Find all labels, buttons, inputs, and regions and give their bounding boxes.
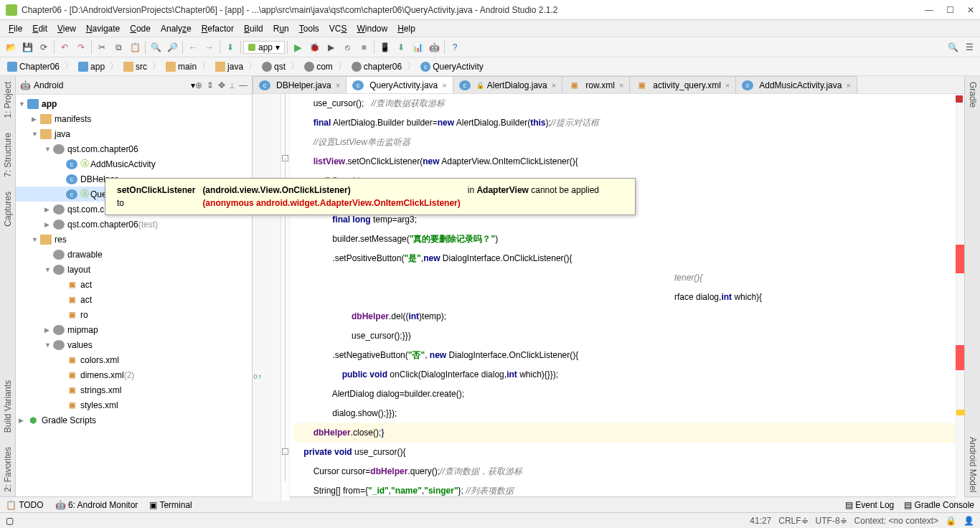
status-context[interactable]: Context: <no context> xyxy=(854,516,938,526)
bc-queryactivity[interactable]: cQueryActivity xyxy=(418,61,486,72)
help-icon[interactable]: ? xyxy=(447,39,463,55)
maximize-button[interactable]: ☐ xyxy=(946,5,954,15)
tree-row[interactable]: ro xyxy=(80,310,88,320)
paste-icon[interactable]: 📋 xyxy=(127,39,143,55)
stop-icon[interactable]: ■ xyxy=(356,39,372,55)
run-coverage-icon[interactable]: ▶ xyxy=(323,39,339,55)
tab-captures[interactable]: Captures xyxy=(1,187,14,231)
status-position[interactable]: 41:27 xyxy=(750,516,771,526)
avd-icon[interactable]: 📱 xyxy=(377,39,392,55)
bc-chapter06[interactable]: Chapter06 xyxy=(4,61,62,72)
tree-styles[interactable]: styles.xml xyxy=(80,400,118,410)
menu-refactor[interactable]: Refactor xyxy=(197,22,238,35)
tab-structure[interactable]: 7: Structure xyxy=(1,128,14,182)
tree-gradle[interactable]: Gradle Scripts xyxy=(42,415,96,425)
project-tree[interactable]: ▼app ▶manifests ▼java ▼qst.com.chapter06… xyxy=(16,95,252,496)
menu-vcs[interactable]: VCS xyxy=(325,22,352,35)
close-icon[interactable]: × xyxy=(442,81,446,90)
tab-project[interactable]: 1: Project xyxy=(1,77,14,123)
error-mark[interactable] xyxy=(956,345,964,370)
close-icon[interactable]: × xyxy=(619,81,623,90)
tree-act2[interactable]: act xyxy=(80,295,92,305)
close-icon[interactable]: × xyxy=(336,81,340,90)
close-icon[interactable]: × xyxy=(725,81,730,90)
menu-code[interactable]: Code xyxy=(126,22,155,35)
menu-tools[interactable]: Tools xyxy=(295,22,324,35)
tab-favorites[interactable]: 2: Favorites xyxy=(1,443,14,496)
bc-java[interactable]: java xyxy=(212,61,246,72)
gear-icon[interactable]: ✥ xyxy=(218,80,225,90)
bc-src[interactable]: src xyxy=(121,61,150,72)
status-hector-icon[interactable]: 👤 xyxy=(963,516,974,526)
android-icon[interactable]: 🤖 xyxy=(426,39,442,55)
tree-act1[interactable]: act xyxy=(80,280,92,290)
run-icon[interactable]: ▶ xyxy=(290,39,306,55)
tree-res[interactable]: res xyxy=(55,235,67,245)
bc-app[interactable]: app xyxy=(75,61,108,72)
save-icon[interactable]: 💾 xyxy=(19,39,35,55)
undo-icon[interactable]: ↶ xyxy=(57,39,72,55)
error-indicator-icon[interactable] xyxy=(956,95,963,103)
find-icon[interactable]: 🔍 xyxy=(148,39,164,55)
search-everywhere-icon[interactable]: 🔍 xyxy=(945,39,961,55)
tab-dbhelper[interactable]: cDBHelper.java× xyxy=(253,76,347,93)
tab-activity-query-xml[interactable]: ▣activity_query.xml× xyxy=(629,76,736,93)
minimize-button[interactable]: — xyxy=(925,5,933,15)
sdk-icon[interactable]: ⬇ xyxy=(393,39,409,55)
tab-alertdialog[interactable]: c🔒AlertDialog.java× xyxy=(453,76,562,93)
gradle-console-tab[interactable]: ▤ Gradle Console xyxy=(904,500,974,510)
tree-app[interactable]: app xyxy=(42,99,57,109)
bc-chapter06-pkg[interactable]: chapter06 xyxy=(349,61,405,72)
tree-values[interactable]: values xyxy=(67,340,93,350)
fold-gutter[interactable]: - - - xyxy=(281,94,290,501)
tab-queryactivity[interactable]: cQueryActivity.java× xyxy=(346,76,453,93)
make-icon[interactable]: ⬇ xyxy=(222,39,238,55)
menu-file[interactable]: File xyxy=(4,22,27,35)
tree-manifests[interactable]: manifests xyxy=(55,114,91,124)
warning-mark[interactable] xyxy=(956,410,965,415)
todo-tab[interactable]: 📋 TODO xyxy=(6,500,44,510)
menu-run[interactable]: Run xyxy=(269,22,293,35)
cut-icon[interactable]: ✂ xyxy=(94,39,110,55)
sync-icon[interactable]: ⟳ xyxy=(36,39,52,55)
tree-layout[interactable]: layout xyxy=(67,265,90,275)
close-icon[interactable]: × xyxy=(846,81,850,90)
tab-build-variants[interactable]: Build Variants xyxy=(1,376,14,437)
code-editor[interactable]: o↑ o↑ - - - 💡 use_cursor(); //查询数据获取游标 f… xyxy=(253,94,964,501)
tree-drawable[interactable]: drawable xyxy=(67,250,103,260)
redo-icon[interactable]: ↷ xyxy=(73,39,89,55)
tree-java[interactable]: java xyxy=(55,129,70,139)
menu-analyze[interactable]: Analyze xyxy=(156,22,196,35)
tree-pkg3[interactable]: qst.com.chapter06 xyxy=(67,220,138,230)
menu-window[interactable]: Window xyxy=(352,22,392,35)
menu-navigate[interactable]: Navigate xyxy=(82,22,124,35)
run-config-selector[interactable]: app ▾ xyxy=(243,41,285,54)
status-windows-icon[interactable]: ▢ xyxy=(6,516,14,526)
replace-icon[interactable]: 🔎 xyxy=(164,39,180,55)
tab-row-xml[interactable]: ▣row.xml× xyxy=(562,76,630,93)
back-icon[interactable]: ← xyxy=(185,39,201,55)
target-icon[interactable]: ⊕ xyxy=(195,80,202,90)
collapse-icon[interactable]: ⇕ xyxy=(207,80,214,90)
tab-gradle[interactable]: Gradle xyxy=(966,77,979,112)
tab-addmusic[interactable]: cAddMusicActivity.java× xyxy=(735,76,857,93)
debug-icon[interactable]: 🐞 xyxy=(306,39,322,55)
monitor-icon[interactable]: 📊 xyxy=(410,39,425,55)
tree-mipmap[interactable]: mipmap xyxy=(67,325,98,335)
menu-edit[interactable]: Edit xyxy=(28,22,52,35)
tree-pkg1[interactable]: qst.com.chapter06 xyxy=(67,144,138,154)
error-stripe[interactable] xyxy=(956,94,964,501)
error-mark[interactable] xyxy=(956,245,964,273)
menu-view[interactable]: View xyxy=(53,22,80,35)
close-button[interactable]: ✕ xyxy=(967,5,974,15)
close-panel-icon[interactable]: — xyxy=(239,80,248,90)
menu-build[interactable]: Build xyxy=(240,22,268,35)
bc-qst[interactable]: qst xyxy=(259,61,288,72)
forward-icon[interactable]: → xyxy=(202,39,217,55)
tab-android-model[interactable]: Android Model xyxy=(966,433,979,496)
project-view-selector[interactable]: Android▾ xyxy=(34,80,195,90)
settings-icon[interactable]: ☰ xyxy=(961,39,977,55)
copy-icon[interactable]: ⧉ xyxy=(110,39,126,55)
attach-icon[interactable]: ⎋ xyxy=(339,39,355,55)
status-line-sep[interactable]: CRLF≑ xyxy=(778,516,808,526)
